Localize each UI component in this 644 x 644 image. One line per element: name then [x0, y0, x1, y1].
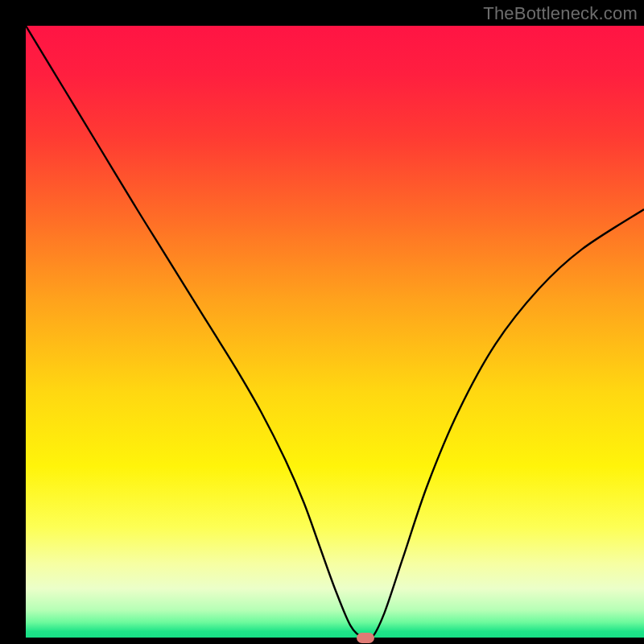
plot-area	[26, 26, 644, 638]
optimal-point-marker	[357, 633, 374, 643]
gradient-background	[26, 26, 644, 638]
watermark-label: TheBottleneck.com	[483, 3, 638, 24]
chart-container: TheBottleneck.com	[0, 0, 644, 644]
plot-svg	[26, 26, 644, 638]
